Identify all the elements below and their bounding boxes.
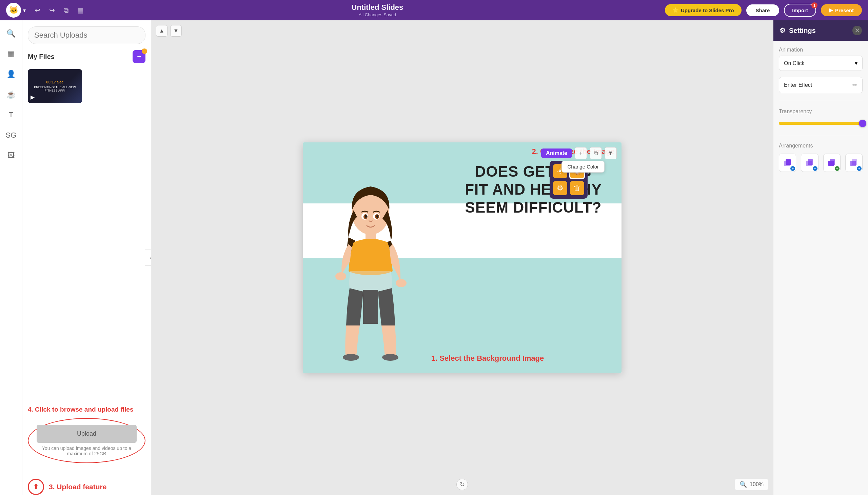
arrange-forward-icon bbox=[805, 158, 814, 168]
svg-rect-17 bbox=[807, 159, 813, 165]
slide-down-button[interactable]: ▼ bbox=[170, 25, 182, 37]
divider bbox=[779, 101, 863, 101]
add-file-button[interactable]: + bbox=[133, 50, 146, 63]
slide-toolbar: Animate + ⧉ 🗑 bbox=[541, 147, 617, 159]
file-thumbnail[interactable]: 00:17 Sec PRESENTING! THE ALL-NEW FITNES… bbox=[28, 69, 82, 103]
import-label: Import bbox=[792, 7, 808, 13]
settings-gear-icon: ⚙ bbox=[780, 27, 786, 35]
enter-effect-label: Enter Effect bbox=[784, 82, 812, 88]
zoom-level: 100% bbox=[750, 481, 764, 488]
arrange-backward-button[interactable]: + bbox=[845, 154, 863, 172]
main-layout: 🔍 ▦ 👤 ☕ T SG 🖼 My Files + 00:17 Sec PRES… bbox=[0, 20, 868, 495]
upload-feature-icon: ⬆ bbox=[28, 479, 44, 495]
text-icon-btn[interactable]: T bbox=[4, 108, 18, 122]
my-files-header: My Files + bbox=[28, 50, 146, 63]
transparency-thumb[interactable] bbox=[859, 120, 866, 127]
upgrade-button[interactable]: ⭐ Upgrade to Slides Pro bbox=[665, 4, 742, 16]
edit-icon[interactable]: ✏ bbox=[852, 81, 857, 89]
arrangements-section: Arrangements + bbox=[779, 143, 863, 172]
file-subtitle: PRESENTING! THE ALL-NEW FITNESS APP! bbox=[28, 85, 82, 92]
svg-point-2 bbox=[335, 272, 346, 280]
file-duration: 00:17 Sec bbox=[47, 80, 64, 84]
arrange-front-button[interactable]: + bbox=[779, 154, 796, 172]
arrange-back-button[interactable]: + bbox=[823, 154, 840, 172]
topbar-actions: ⭐ Upgrade to Slides Pro Share Import 1 ▶… bbox=[665, 4, 862, 17]
svg-point-5 bbox=[343, 354, 359, 361]
delete-slide-button[interactable]: 🗑 bbox=[605, 147, 617, 159]
image-icon-btn[interactable]: 🖼 bbox=[4, 149, 18, 163]
media-icon-btn[interactable]: ☕ bbox=[4, 87, 18, 102]
arrange-badge-3: + bbox=[835, 166, 839, 171]
my-files-label: My Files bbox=[28, 53, 55, 61]
delete-icon-button[interactable]: 🗑 bbox=[570, 181, 584, 195]
character-svg bbox=[316, 176, 425, 373]
slide-text-line2: FIT AND HEALTHY bbox=[452, 181, 615, 199]
refresh-button[interactable]: ↻ bbox=[456, 479, 468, 490]
svg-rect-19 bbox=[828, 161, 834, 166]
share-button[interactable]: Share bbox=[746, 4, 780, 16]
right-panel-header: ⚙ Settings ✕ bbox=[773, 20, 868, 41]
slides-icon-btn[interactable]: ▦ bbox=[4, 47, 18, 61]
import-badge: 1 bbox=[811, 2, 817, 8]
copy-button[interactable]: ⧉ bbox=[61, 5, 71, 16]
undo-button[interactable]: ↩ bbox=[32, 5, 43, 16]
arrange-badge-2: + bbox=[813, 166, 817, 171]
change-color-tooltip: Change Color bbox=[561, 161, 605, 173]
right-panel: ⚙ Settings ✕ Animation On Click ▾ Enter … bbox=[773, 20, 868, 495]
canvas-area: ▲ ▼ bbox=[151, 20, 773, 495]
people-icon-btn[interactable]: 👤 bbox=[4, 67, 18, 81]
slide-character bbox=[313, 163, 428, 373]
logo-icon: 🐱 bbox=[9, 6, 18, 15]
add-element-button[interactable]: + bbox=[575, 147, 587, 159]
import-button[interactable]: Import 1 bbox=[784, 4, 816, 17]
layout-button[interactable]: ▦ bbox=[74, 5, 86, 16]
transparency-track[interactable] bbox=[779, 122, 863, 125]
animation-label: Animation bbox=[779, 47, 863, 53]
enter-effect-row: Enter Effect ✏ bbox=[779, 77, 863, 93]
right-panel-body: Animation On Click ▾ Enter Effect ✏ Tran… bbox=[773, 41, 868, 178]
upload-annotation: 4. Click to browse and upload files bbox=[28, 406, 146, 413]
undo-redo-group: ↩ ↪ ⧉ ▦ bbox=[32, 5, 86, 16]
logo-caret[interactable]: ▾ bbox=[23, 7, 26, 14]
close-panel-button[interactable]: ✕ bbox=[852, 26, 862, 35]
svg-point-12 bbox=[376, 215, 378, 218]
duplicate-slide-button[interactable]: ⧉ bbox=[590, 147, 602, 159]
svg-rect-15 bbox=[786, 159, 791, 165]
upload-section: 4. Click to browse and upload files Uplo… bbox=[28, 400, 146, 473]
topbar: 🐱 ▾ ↩ ↪ ⧉ ▦ Untitled Slides All Changes … bbox=[0, 0, 868, 20]
transparency-label: Transparency bbox=[779, 108, 863, 115]
animation-select[interactable]: On Click ▾ bbox=[779, 56, 863, 71]
zoom-control: 🔍 100% bbox=[735, 479, 768, 490]
arrange-forward-button[interactable]: + bbox=[801, 154, 818, 172]
search-icon-btn[interactable]: 🔍 bbox=[4, 27, 18, 41]
title-area: Untitled Slides All Changes Saved bbox=[90, 3, 665, 17]
arrange-badge-1: + bbox=[790, 166, 795, 171]
slide-title[interactable]: Untitled Slides bbox=[90, 3, 665, 12]
change-color-text: Change Color bbox=[567, 164, 599, 170]
animate-button[interactable]: Animate bbox=[541, 149, 572, 158]
settings-icon-button[interactable]: ⚙ bbox=[553, 181, 567, 195]
left-panel: My Files + 00:17 Sec PRESENTING! THE ALL… bbox=[22, 20, 151, 495]
upload-hint: You can upload images and videos up to a… bbox=[37, 445, 137, 456]
present-label: Present bbox=[835, 7, 854, 13]
upload-feature-row: ⬆ 3. Upload feature bbox=[28, 479, 146, 495]
star-icon: ⭐ bbox=[673, 7, 679, 13]
search-input[interactable] bbox=[28, 27, 146, 44]
save-status: All Changes Saved bbox=[90, 12, 665, 17]
upload-button[interactable]: Upload bbox=[37, 425, 137, 443]
play-icon: ▶ bbox=[829, 7, 833, 13]
slide-controls: ▲ ▼ bbox=[156, 25, 182, 37]
redo-button[interactable]: ↪ bbox=[47, 5, 58, 16]
slide-text-line3: SEEM DIFFICULT? bbox=[452, 199, 615, 217]
divider2 bbox=[779, 135, 863, 135]
animation-section: Animation On Click ▾ bbox=[779, 47, 863, 71]
collapse-panel-button[interactable]: ‹ bbox=[145, 250, 151, 266]
settings-title-text: Settings bbox=[789, 27, 816, 35]
logo: 🐱 bbox=[6, 3, 21, 18]
svg-point-3 bbox=[396, 279, 407, 287]
present-button[interactable]: ▶ Present bbox=[821, 4, 862, 16]
badge-icon-btn[interactable]: SG bbox=[4, 128, 18, 142]
upload-feature-label: 3. Upload feature bbox=[49, 483, 106, 491]
gear-icon: ⚙ bbox=[557, 184, 563, 192]
slide-up-button[interactable]: ▲ bbox=[156, 25, 168, 37]
